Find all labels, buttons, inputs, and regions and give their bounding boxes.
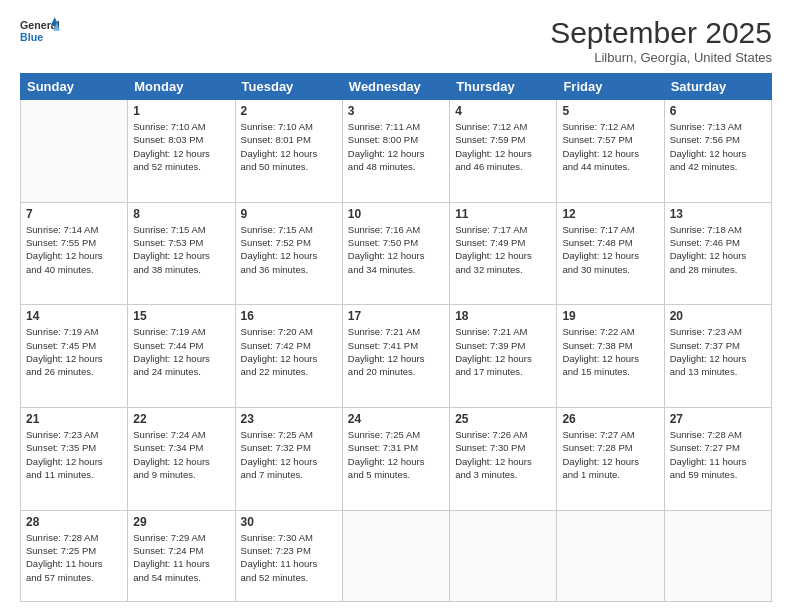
calendar-cell bbox=[450, 510, 557, 601]
day-number: 17 bbox=[348, 309, 444, 323]
calendar-cell: 16Sunrise: 7:20 AM Sunset: 7:42 PM Dayli… bbox=[235, 305, 342, 408]
day-number: 13 bbox=[670, 207, 766, 221]
calendar-cell bbox=[342, 510, 449, 601]
calendar-cell: 1Sunrise: 7:10 AM Sunset: 8:03 PM Daylig… bbox=[128, 100, 235, 203]
week-row-4: 21Sunrise: 7:23 AM Sunset: 7:35 PM Dayli… bbox=[21, 408, 772, 511]
day-info: Sunrise: 7:21 AM Sunset: 7:39 PM Dayligh… bbox=[455, 325, 551, 378]
day-info: Sunrise: 7:22 AM Sunset: 7:38 PM Dayligh… bbox=[562, 325, 658, 378]
header: General Blue September 2025 Lilburn, Geo… bbox=[20, 16, 772, 65]
col-friday: Friday bbox=[557, 74, 664, 100]
page: General Blue September 2025 Lilburn, Geo… bbox=[0, 0, 792, 612]
day-info: Sunrise: 7:26 AM Sunset: 7:30 PM Dayligh… bbox=[455, 428, 551, 481]
logo-image: General Blue bbox=[20, 16, 60, 48]
day-number: 9 bbox=[241, 207, 337, 221]
calendar-cell: 30Sunrise: 7:30 AM Sunset: 7:23 PM Dayli… bbox=[235, 510, 342, 601]
day-number: 1 bbox=[133, 104, 229, 118]
day-number: 20 bbox=[670, 309, 766, 323]
day-info: Sunrise: 7:25 AM Sunset: 7:31 PM Dayligh… bbox=[348, 428, 444, 481]
day-info: Sunrise: 7:23 AM Sunset: 7:35 PM Dayligh… bbox=[26, 428, 122, 481]
svg-text:Blue: Blue bbox=[20, 31, 43, 43]
day-number: 7 bbox=[26, 207, 122, 221]
day-info: Sunrise: 7:10 AM Sunset: 8:01 PM Dayligh… bbox=[241, 120, 337, 173]
day-number: 29 bbox=[133, 515, 229, 529]
day-number: 12 bbox=[562, 207, 658, 221]
day-info: Sunrise: 7:15 AM Sunset: 7:52 PM Dayligh… bbox=[241, 223, 337, 276]
day-number: 28 bbox=[26, 515, 122, 529]
calendar-cell: 5Sunrise: 7:12 AM Sunset: 7:57 PM Daylig… bbox=[557, 100, 664, 203]
day-info: Sunrise: 7:20 AM Sunset: 7:42 PM Dayligh… bbox=[241, 325, 337, 378]
day-number: 25 bbox=[455, 412, 551, 426]
calendar-cell: 25Sunrise: 7:26 AM Sunset: 7:30 PM Dayli… bbox=[450, 408, 557, 511]
day-number: 3 bbox=[348, 104, 444, 118]
day-number: 16 bbox=[241, 309, 337, 323]
calendar-cell: 13Sunrise: 7:18 AM Sunset: 7:46 PM Dayli… bbox=[664, 202, 771, 305]
calendar-cell: 29Sunrise: 7:29 AM Sunset: 7:24 PM Dayli… bbox=[128, 510, 235, 601]
day-number: 23 bbox=[241, 412, 337, 426]
calendar-cell bbox=[557, 510, 664, 601]
calendar-cell bbox=[664, 510, 771, 601]
col-sunday: Sunday bbox=[21, 74, 128, 100]
day-number: 21 bbox=[26, 412, 122, 426]
week-row-5: 28Sunrise: 7:28 AM Sunset: 7:25 PM Dayli… bbox=[21, 510, 772, 601]
day-info: Sunrise: 7:28 AM Sunset: 7:25 PM Dayligh… bbox=[26, 531, 122, 584]
day-info: Sunrise: 7:12 AM Sunset: 7:59 PM Dayligh… bbox=[455, 120, 551, 173]
calendar-cell: 12Sunrise: 7:17 AM Sunset: 7:48 PM Dayli… bbox=[557, 202, 664, 305]
calendar-cell: 2Sunrise: 7:10 AM Sunset: 8:01 PM Daylig… bbox=[235, 100, 342, 203]
day-info: Sunrise: 7:29 AM Sunset: 7:24 PM Dayligh… bbox=[133, 531, 229, 584]
calendar-cell: 22Sunrise: 7:24 AM Sunset: 7:34 PM Dayli… bbox=[128, 408, 235, 511]
day-number: 15 bbox=[133, 309, 229, 323]
calendar-cell: 6Sunrise: 7:13 AM Sunset: 7:56 PM Daylig… bbox=[664, 100, 771, 203]
day-info: Sunrise: 7:19 AM Sunset: 7:44 PM Dayligh… bbox=[133, 325, 229, 378]
calendar-cell: 17Sunrise: 7:21 AM Sunset: 7:41 PM Dayli… bbox=[342, 305, 449, 408]
day-number: 6 bbox=[670, 104, 766, 118]
day-number: 30 bbox=[241, 515, 337, 529]
title-block: September 2025 Lilburn, Georgia, United … bbox=[550, 16, 772, 65]
day-number: 18 bbox=[455, 309, 551, 323]
calendar-cell: 26Sunrise: 7:27 AM Sunset: 7:28 PM Dayli… bbox=[557, 408, 664, 511]
day-info: Sunrise: 7:24 AM Sunset: 7:34 PM Dayligh… bbox=[133, 428, 229, 481]
day-number: 4 bbox=[455, 104, 551, 118]
day-number: 22 bbox=[133, 412, 229, 426]
calendar-cell: 28Sunrise: 7:28 AM Sunset: 7:25 PM Dayli… bbox=[21, 510, 128, 601]
day-number: 10 bbox=[348, 207, 444, 221]
calendar-cell bbox=[21, 100, 128, 203]
col-thursday: Thursday bbox=[450, 74, 557, 100]
day-number: 19 bbox=[562, 309, 658, 323]
day-info: Sunrise: 7:28 AM Sunset: 7:27 PM Dayligh… bbox=[670, 428, 766, 481]
day-number: 26 bbox=[562, 412, 658, 426]
col-monday: Monday bbox=[128, 74, 235, 100]
day-info: Sunrise: 7:14 AM Sunset: 7:55 PM Dayligh… bbox=[26, 223, 122, 276]
location: Lilburn, Georgia, United States bbox=[550, 50, 772, 65]
calendar-cell: 24Sunrise: 7:25 AM Sunset: 7:31 PM Dayli… bbox=[342, 408, 449, 511]
day-info: Sunrise: 7:23 AM Sunset: 7:37 PM Dayligh… bbox=[670, 325, 766, 378]
month-title: September 2025 bbox=[550, 16, 772, 50]
col-wednesday: Wednesday bbox=[342, 74, 449, 100]
day-number: 14 bbox=[26, 309, 122, 323]
day-info: Sunrise: 7:17 AM Sunset: 7:48 PM Dayligh… bbox=[562, 223, 658, 276]
calendar-cell: 27Sunrise: 7:28 AM Sunset: 7:27 PM Dayli… bbox=[664, 408, 771, 511]
calendar-cell: 10Sunrise: 7:16 AM Sunset: 7:50 PM Dayli… bbox=[342, 202, 449, 305]
calendar-header-row: Sunday Monday Tuesday Wednesday Thursday… bbox=[21, 74, 772, 100]
calendar-cell: 15Sunrise: 7:19 AM Sunset: 7:44 PM Dayli… bbox=[128, 305, 235, 408]
day-info: Sunrise: 7:30 AM Sunset: 7:23 PM Dayligh… bbox=[241, 531, 337, 584]
col-tuesday: Tuesday bbox=[235, 74, 342, 100]
day-info: Sunrise: 7:15 AM Sunset: 7:53 PM Dayligh… bbox=[133, 223, 229, 276]
day-number: 5 bbox=[562, 104, 658, 118]
calendar-cell: 23Sunrise: 7:25 AM Sunset: 7:32 PM Dayli… bbox=[235, 408, 342, 511]
calendar-cell: 14Sunrise: 7:19 AM Sunset: 7:45 PM Dayli… bbox=[21, 305, 128, 408]
calendar-cell: 4Sunrise: 7:12 AM Sunset: 7:59 PM Daylig… bbox=[450, 100, 557, 203]
day-info: Sunrise: 7:17 AM Sunset: 7:49 PM Dayligh… bbox=[455, 223, 551, 276]
calendar-cell: 9Sunrise: 7:15 AM Sunset: 7:52 PM Daylig… bbox=[235, 202, 342, 305]
day-info: Sunrise: 7:13 AM Sunset: 7:56 PM Dayligh… bbox=[670, 120, 766, 173]
calendar-cell: 18Sunrise: 7:21 AM Sunset: 7:39 PM Dayli… bbox=[450, 305, 557, 408]
day-info: Sunrise: 7:11 AM Sunset: 8:00 PM Dayligh… bbox=[348, 120, 444, 173]
logo: General Blue bbox=[20, 16, 60, 48]
day-number: 24 bbox=[348, 412, 444, 426]
day-number: 27 bbox=[670, 412, 766, 426]
calendar-cell: 7Sunrise: 7:14 AM Sunset: 7:55 PM Daylig… bbox=[21, 202, 128, 305]
calendar-cell: 21Sunrise: 7:23 AM Sunset: 7:35 PM Dayli… bbox=[21, 408, 128, 511]
calendar-cell: 19Sunrise: 7:22 AM Sunset: 7:38 PM Dayli… bbox=[557, 305, 664, 408]
col-saturday: Saturday bbox=[664, 74, 771, 100]
day-info: Sunrise: 7:21 AM Sunset: 7:41 PM Dayligh… bbox=[348, 325, 444, 378]
day-info: Sunrise: 7:18 AM Sunset: 7:46 PM Dayligh… bbox=[670, 223, 766, 276]
